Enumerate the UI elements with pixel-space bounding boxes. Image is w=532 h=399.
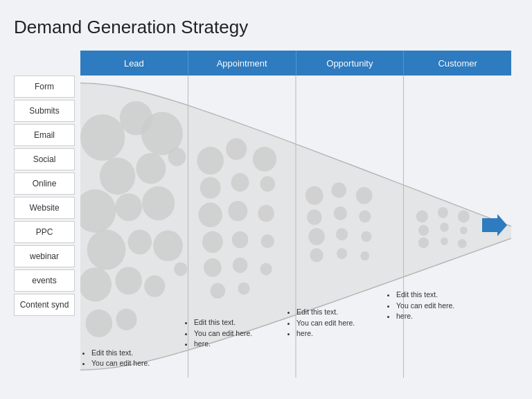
svg-point-29 (258, 205, 274, 222)
svg-point-45 (336, 228, 348, 240)
svg-point-44 (308, 228, 325, 245)
svg-point-52 (458, 211, 470, 223)
svg-point-6 (100, 158, 135, 195)
sidebar-item: webinar (14, 245, 75, 267)
svg-point-38 (305, 186, 323, 205)
svg-point-11 (142, 186, 175, 220)
sidebar-item: Email (14, 124, 75, 146)
svg-point-7 (136, 153, 166, 184)
svg-point-12 (87, 229, 126, 269)
bullet-opportunity: Edit this text. You can edit here. here. (288, 307, 355, 339)
chart-area: LeadAppointmentOpportunityCustomer (80, 51, 511, 378)
svg-point-37 (238, 282, 249, 294)
svg-point-21 (197, 147, 224, 175)
main-area: FormSubmitsEmailSocialOnlineWebsitePPCwe… (14, 51, 511, 378)
svg-point-55 (460, 227, 468, 234)
svg-point-47 (310, 248, 323, 262)
page-title: Demand Generation Strategy (14, 17, 511, 38)
svg-point-25 (231, 173, 249, 192)
svg-marker-59 (482, 214, 507, 236)
page: Demand Generation Strategy FormSubmitsEm… (0, 0, 532, 399)
svg-point-24 (200, 177, 221, 198)
bullet-appointment: Edit this text. You can edit here. here. (186, 317, 252, 350)
svg-point-57 (441, 238, 448, 245)
sidebar-item: Online (14, 172, 75, 195)
sidebar: FormSubmitsEmailSocialOnlineWebsitePPCwe… (14, 76, 75, 378)
svg-point-34 (233, 258, 247, 273)
svg-point-35 (260, 263, 272, 276)
svg-point-42 (334, 206, 347, 220)
arrow-icon (482, 213, 507, 238)
header-row: LeadAppointmentOpportunityCustomer (80, 51, 511, 76)
svg-point-14 (153, 231, 183, 262)
header-cell: Appointment (188, 51, 296, 76)
svg-point-56 (418, 238, 429, 249)
svg-point-17 (144, 275, 165, 296)
svg-point-49 (360, 251, 369, 260)
bullet-lead: Edit this text. You can edit here. (83, 348, 150, 370)
sidebar-item: Form (14, 76, 75, 98)
svg-point-10 (115, 193, 142, 221)
sidebar-item: Content synd (14, 294, 75, 316)
svg-point-16 (115, 267, 142, 294)
svg-point-39 (331, 182, 346, 197)
svg-point-28 (228, 201, 247, 221)
svg-point-46 (361, 231, 371, 242)
svg-point-36 (211, 283, 225, 299)
header-cell: Opportunity (296, 51, 405, 76)
sidebar-item: Submits (14, 100, 75, 122)
svg-point-40 (356, 187, 373, 204)
arrow-container (482, 213, 507, 240)
svg-point-20 (116, 309, 136, 330)
sidebar-item: events (14, 269, 75, 292)
sidebar-item: Social (14, 148, 75, 170)
svg-point-50 (416, 211, 428, 223)
svg-point-31 (232, 231, 249, 249)
sidebar-item: PPC (14, 221, 75, 243)
svg-point-15 (80, 267, 112, 301)
svg-point-32 (261, 234, 274, 248)
svg-point-41 (307, 209, 321, 224)
svg-point-30 (202, 231, 223, 253)
svg-point-8 (168, 148, 186, 166)
svg-point-19 (86, 310, 113, 337)
svg-point-26 (260, 176, 275, 191)
svg-point-33 (204, 258, 222, 277)
sidebar-item: Website (14, 197, 75, 219)
svg-point-43 (359, 211, 371, 223)
svg-point-3 (80, 114, 125, 161)
funnel-container: Edit this text. You can edit here. Edit … (80, 76, 511, 378)
svg-point-53 (418, 225, 429, 236)
svg-point-13 (128, 229, 152, 254)
svg-point-54 (440, 222, 449, 231)
header-cell: Lead (80, 51, 188, 76)
svg-point-58 (458, 239, 467, 248)
svg-point-51 (438, 207, 448, 218)
svg-point-18 (174, 262, 187, 276)
svg-point-27 (199, 202, 222, 227)
svg-point-48 (337, 248, 347, 259)
svg-point-23 (253, 147, 276, 172)
bullet-customer: Edit this text. You can edit here. here. (388, 290, 454, 322)
svg-point-22 (226, 139, 247, 160)
header-cell: Customer (404, 51, 511, 76)
